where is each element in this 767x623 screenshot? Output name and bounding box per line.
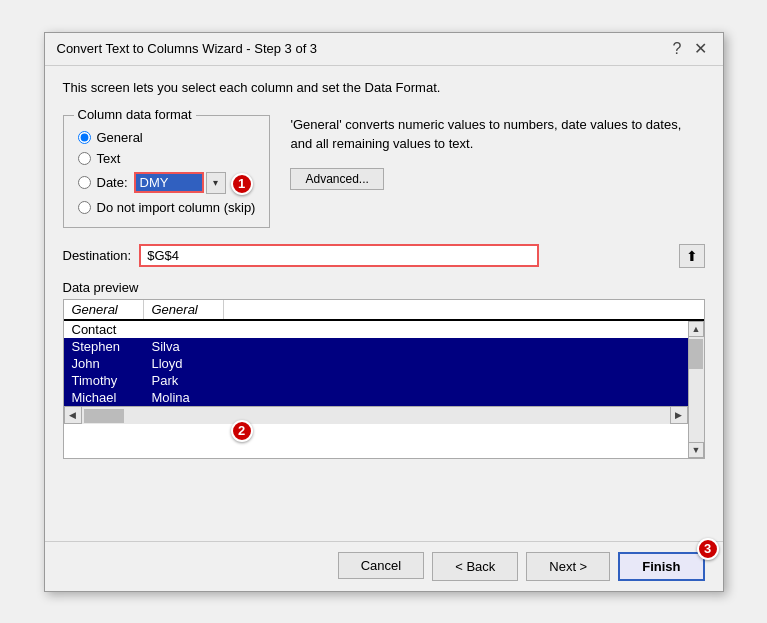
cell-timothy-first: Timothy	[64, 372, 144, 389]
table-row: Michael Molina	[64, 389, 688, 406]
format-row-skip: Do not import column (skip)	[78, 200, 256, 215]
description-box: 'General' converts numeric values to num…	[290, 111, 704, 190]
date-select-wrap: DMY MDY YMD YDM MYD DYM ▾	[134, 172, 226, 194]
badge-2: 2	[231, 420, 253, 442]
date-select[interactable]: DMY MDY YMD YDM MYD DYM	[134, 172, 204, 193]
radio-text[interactable]	[78, 152, 91, 165]
data-preview-section: Data preview General General Contact	[63, 280, 705, 459]
scroll-thumb	[689, 339, 703, 369]
column-format-wrap: Column data format General Text	[63, 111, 271, 228]
table-row: Contact	[64, 321, 688, 338]
cell-contact-first: Contact	[64, 321, 144, 338]
table-row: John Lloyd	[64, 355, 688, 372]
format-row-date: Date: DMY MDY YMD YDM MYD DYM	[78, 172, 256, 194]
cell-stephen-first: Stephen	[64, 338, 144, 355]
format-section: Column data format General Text	[63, 111, 705, 228]
help-button[interactable]: ?	[669, 41, 686, 57]
back-button[interactable]: < Back	[432, 552, 518, 581]
table-row: Timothy Park	[64, 372, 688, 389]
cell-john-first: John	[64, 355, 144, 372]
preview-with-scroll: Contact Stephen Silva John Lloyd	[64, 321, 704, 458]
dialog-title: Convert Text to Columns Wizard - Step 3 …	[57, 41, 318, 56]
cell-michael-second: Molina	[144, 389, 224, 406]
scroll-track[interactable]	[689, 337, 704, 442]
preview-header: General General	[64, 300, 704, 321]
destination-label: Destination:	[63, 248, 132, 263]
badge-1: 1	[231, 173, 253, 195]
preview-container: General General Contact Stephen	[63, 299, 705, 459]
destination-input[interactable]	[139, 244, 539, 267]
radio-skip[interactable]	[78, 201, 91, 214]
general-description: 'General' converts numeric values to num…	[290, 115, 704, 154]
cancel-button[interactable]: Cancel	[338, 552, 424, 579]
vertical-scrollbar[interactable]: ▲ ▼	[688, 321, 704, 458]
title-bar: Convert Text to Columns Wizard - Step 3 …	[45, 33, 723, 66]
label-text[interactable]: Text	[97, 151, 121, 166]
scroll-up-btn[interactable]: ▲	[688, 321, 704, 337]
group-legend: Column data format	[74, 107, 196, 122]
finish-button[interactable]: Finish	[618, 552, 704, 581]
cell-timothy-second: Park	[144, 372, 224, 389]
finish-container: Finish 3	[618, 552, 704, 581]
data-preview-label: Data preview	[63, 280, 705, 295]
preview-content: Contact Stephen Silva John Lloyd	[64, 321, 688, 458]
format-options: General Text Date:	[78, 130, 256, 215]
preview-header-col1: General	[64, 300, 144, 319]
badge-3: 3	[697, 538, 719, 560]
cell-michael-first: Michael	[64, 389, 144, 406]
radio-date[interactable]	[78, 176, 91, 189]
next-button[interactable]: Next >	[526, 552, 610, 581]
format-row-general: General	[78, 130, 256, 145]
title-bar-controls: ? ✕	[669, 41, 711, 57]
upload-icon: ⬆	[686, 248, 698, 264]
cell-stephen-second: Silva	[144, 338, 224, 355]
h-scroll-thumb	[84, 409, 124, 423]
label-general[interactable]: General	[97, 130, 143, 145]
dialog-body: This screen lets you select each column …	[45, 66, 723, 541]
destination-row: Destination: ⬆	[63, 244, 705, 268]
h-scroll-track[interactable]	[82, 407, 670, 424]
destination-wrap: Destination: ⬆ 2	[63, 240, 705, 268]
preview-header-col2: General	[144, 300, 224, 319]
format-row-text: Text	[78, 151, 256, 166]
radio-general[interactable]	[78, 131, 91, 144]
scroll-down-btn[interactable]: ▼	[688, 442, 704, 458]
h-scroll-right-btn[interactable]: ▶	[670, 406, 688, 424]
cell-john-second: Lloyd	[144, 355, 224, 372]
dialog-footer: Cancel < Back Next > Finish 3	[45, 541, 723, 591]
column-format-group: Column data format General Text	[63, 115, 271, 228]
advanced-button[interactable]: Advanced...	[290, 168, 383, 190]
label-date[interactable]: Date:	[97, 175, 128, 190]
description-text: This screen lets you select each column …	[63, 80, 705, 95]
date-select-arrow[interactable]: ▾	[206, 172, 226, 194]
table-row: Stephen Silva	[64, 338, 688, 355]
close-button[interactable]: ✕	[690, 41, 711, 57]
finish-wrap: Cancel	[338, 552, 424, 581]
horizontal-scrollbar[interactable]: ◀ ▶	[64, 406, 688, 424]
destination-upload-button[interactable]: ⬆	[679, 244, 705, 268]
dialog: Convert Text to Columns Wizard - Step 3 …	[44, 32, 724, 592]
label-skip[interactable]: Do not import column (skip)	[97, 200, 256, 215]
h-scroll-left-btn[interactable]: ◀	[64, 406, 82, 424]
cell-contact-second	[144, 328, 224, 330]
